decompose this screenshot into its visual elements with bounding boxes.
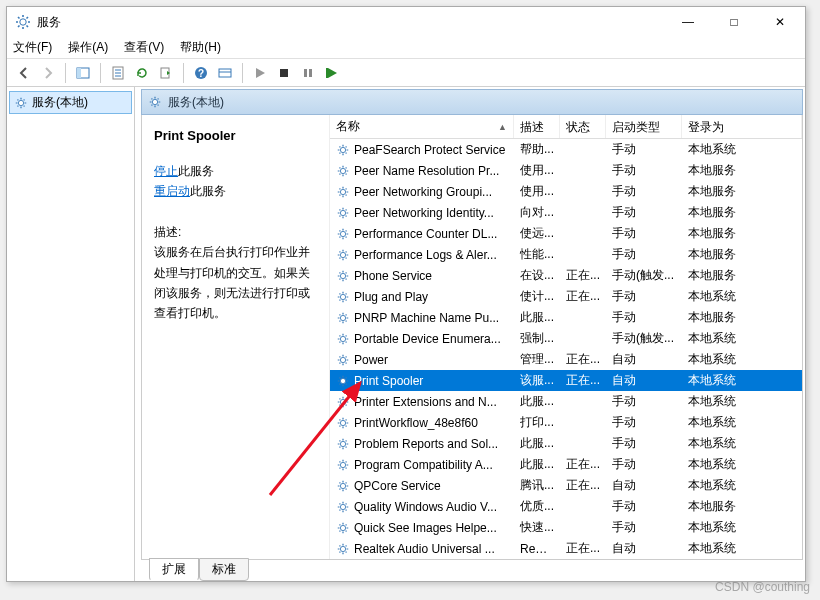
service-name: Phone Service [354, 269, 432, 283]
gear-icon [14, 96, 28, 110]
forward-button[interactable] [37, 62, 59, 84]
col-status[interactable]: 状态 [560, 115, 606, 138]
close-button[interactable]: ✕ [757, 7, 803, 37]
col-startup[interactable]: 启动类型 [606, 115, 682, 138]
service-desc: 使计... [514, 286, 560, 307]
selected-service-name: Print Spooler [154, 125, 317, 147]
service-startup: 手动 [606, 412, 682, 433]
col-logon[interactable]: 登录为 [682, 115, 802, 138]
titlebar[interactable]: 服务 — □ ✕ [7, 7, 805, 37]
service-status [560, 232, 606, 236]
properties-button[interactable] [107, 62, 129, 84]
service-status [560, 211, 606, 215]
service-row[interactable]: Quick See Images Helpe...快速...手动本地系统 [330, 517, 802, 538]
service-row[interactable]: Peer Name Resolution Pr...使用...手动本地服务 [330, 160, 802, 181]
svg-point-23 [340, 336, 345, 341]
menu-help[interactable]: 帮助(H) [180, 39, 221, 56]
minimize-button[interactable]: — [665, 7, 711, 37]
service-name: Power [354, 353, 388, 367]
svg-rect-8 [280, 69, 288, 77]
window-title: 服务 [37, 14, 61, 31]
service-logon: 本地系统 [682, 370, 802, 391]
service-startup: 手动 [606, 139, 682, 160]
service-desc: 优质... [514, 496, 560, 517]
service-status: 正在... [560, 349, 606, 370]
svg-point-12 [18, 100, 23, 105]
service-startup: 手动 [606, 286, 682, 307]
menubar: 文件(F) 操作(A) 查看(V) 帮助(H) [7, 37, 805, 59]
service-row[interactable]: Performance Counter DL...使远...手动本地服务 [330, 223, 802, 244]
service-row[interactable]: Printer Extensions and N...此服...手动本地系统 [330, 391, 802, 412]
service-startup: 自动 [606, 370, 682, 391]
maximize-button[interactable]: □ [711, 7, 757, 37]
col-name[interactable]: 名称▲ [330, 115, 514, 138]
service-row[interactable]: PNRP Machine Name Pu...此服...手动本地服务 [330, 307, 802, 328]
service-name: Plug and Play [354, 290, 428, 304]
service-row[interactable]: PrintWorkflow_48e8f60打印...手动本地系统 [330, 412, 802, 433]
service-desc: 使用... [514, 181, 560, 202]
nav-tree[interactable]: 服务(本地) [7, 87, 135, 581]
start-service-button[interactable] [249, 62, 271, 84]
help-button[interactable]: ? [190, 62, 212, 84]
back-button[interactable] [13, 62, 35, 84]
service-row[interactable]: Performance Logs & Aler...性能...手动本地服务 [330, 244, 802, 265]
menu-view[interactable]: 查看(V) [124, 39, 164, 56]
service-row[interactable]: Portable Device Enumera...强制...手动(触发...本… [330, 328, 802, 349]
column-headers[interactable]: 名称▲ 描述 状态 启动类型 登录为 [330, 115, 802, 139]
show-hide-tree-button[interactable] [72, 62, 94, 84]
service-row[interactable]: Problem Reports and Sol...此服...手动本地系统 [330, 433, 802, 454]
service-row[interactable]: Power管理...正在...自动本地系统 [330, 349, 802, 370]
service-row[interactable]: QPCore Service腾讯...正在...自动本地系统 [330, 475, 802, 496]
pause-service-button[interactable] [297, 62, 319, 84]
gear-icon [336, 458, 350, 472]
service-startup: 手动 [606, 160, 682, 181]
stop-service-button[interactable] [273, 62, 295, 84]
service-row[interactable]: Phone Service在设...正在...手动(触发...本地服务 [330, 265, 802, 286]
menu-file[interactable]: 文件(F) [13, 39, 52, 56]
service-startup: 手动 [606, 517, 682, 538]
svg-point-26 [340, 399, 345, 404]
service-status [560, 190, 606, 194]
service-status: 正在... [560, 370, 606, 391]
service-logon: 本地服务 [682, 265, 802, 286]
restart-link[interactable]: 重启动 [154, 184, 190, 198]
svg-rect-9 [304, 69, 307, 77]
service-name: Peer Networking Groupi... [354, 185, 492, 199]
service-row[interactable]: Peer Networking Identity...向对...手动本地服务 [330, 202, 802, 223]
export-button[interactable] [155, 62, 177, 84]
svg-point-20 [340, 273, 345, 278]
service-row[interactable]: Peer Networking Groupi...使用...手动本地服务 [330, 181, 802, 202]
menu-action[interactable]: 操作(A) [68, 39, 108, 56]
col-desc[interactable]: 描述 [514, 115, 560, 138]
stop-link[interactable]: 停止 [154, 164, 178, 178]
service-row[interactable]: Plug and Play使计...正在...手动本地系统 [330, 286, 802, 307]
detail-pane: Print Spooler 停止此服务 重启动此服务 描述: 该服务在后台执行打… [142, 115, 330, 559]
svg-point-24 [340, 357, 345, 362]
toolbar-icon[interactable] [214, 62, 236, 84]
service-row[interactable]: Program Compatibility A...此服...正在...手动本地… [330, 454, 802, 475]
tab-standard[interactable]: 标准 [199, 558, 249, 581]
refresh-button[interactable] [131, 62, 153, 84]
service-list[interactable]: 名称▲ 描述 状态 启动类型 登录为 PeaFSearch Protect Se… [330, 115, 802, 559]
service-row[interactable]: Print Spooler该服...正在...自动本地系统 [330, 370, 802, 391]
service-status [560, 316, 606, 320]
service-row[interactable]: Realtek Audio Universal ...Real...正在...自… [330, 538, 802, 559]
svg-point-29 [340, 462, 345, 467]
service-desc: 快速... [514, 517, 560, 538]
service-name: Peer Name Resolution Pr... [354, 164, 499, 178]
service-row[interactable]: PeaFSearch Protect Service帮助...手动本地系统 [330, 139, 802, 160]
svg-point-14 [340, 147, 345, 152]
service-logon: 本地服务 [682, 223, 802, 244]
service-logon: 本地服务 [682, 181, 802, 202]
service-desc: 此服... [514, 391, 560, 412]
tab-extended[interactable]: 扩展 [149, 558, 199, 581]
gear-icon [336, 206, 350, 220]
svg-point-13 [152, 99, 157, 104]
service-row[interactable]: Quality Windows Audio V...优质...手动本地服务 [330, 496, 802, 517]
restart-service-button[interactable] [321, 62, 343, 84]
service-desc: 性能... [514, 244, 560, 265]
service-startup: 手动 [606, 223, 682, 244]
gear-icon [336, 164, 350, 178]
service-desc: 在设... [514, 265, 560, 286]
nav-root-item[interactable]: 服务(本地) [9, 91, 132, 114]
